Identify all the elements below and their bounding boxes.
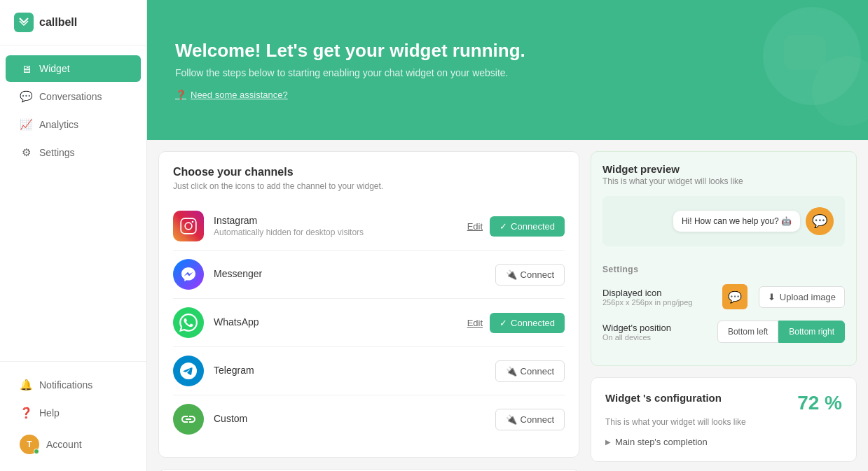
custom-info: Custom — [214, 413, 495, 426]
logo-icon — [14, 13, 34, 32]
custom-name: Custom — [214, 413, 495, 424]
sidebar-item-settings[interactable]: ⚙ Settings — [6, 139, 141, 166]
whatsapp-icon — [173, 307, 204, 338]
custom-connect-button[interactable]: 🔌 Connect — [495, 409, 565, 430]
position-info: Widget's position On all devices — [602, 323, 671, 342]
svg-point-5 — [192, 221, 194, 223]
hero-link-text: Need some assistance? — [191, 90, 288, 100]
settings-label: Settings — [602, 265, 845, 274]
channel-item-whatsapp: WhatsApp Edit ✓ Connected — [173, 299, 565, 347]
instagram-edit-button[interactable]: Edit — [467, 221, 483, 232]
widget-fab: 💬 — [806, 207, 834, 235]
sidebar-item-account[interactable]: T Account — [6, 428, 141, 461]
right-panel: Widget preview This is what your widget … — [591, 151, 857, 471]
channel-item-messenger: Messenger 🔌 Connect — [173, 251, 565, 299]
config-title: Widget 's configuration — [605, 392, 722, 404]
upload-image-button[interactable]: ⬇ Upload image — [759, 286, 845, 308]
displayed-icon-sublabel: 256px x 256px in png/jpeg — [602, 298, 692, 307]
plug-icon-tg: 🔌 — [506, 366, 517, 377]
icon-upload-area: 💬 ⬇ Upload image — [722, 284, 845, 309]
telegram-name: Telegram — [214, 365, 495, 376]
svg-rect-3 — [181, 218, 196, 234]
channels-subtitle: Just click on the icons to add the chann… — [173, 181, 565, 191]
channel-item-telegram: Telegram 🔌 Connect — [173, 347, 565, 395]
preview-bubble-area: Hi! How can we help you? 🤖 💬 — [602, 196, 845, 246]
whatsapp-connected-button[interactable]: ✓ Connected — [490, 313, 565, 333]
preview-title: Widget preview — [602, 163, 845, 175]
sidebar-item-notifications[interactable]: 🔔 Notifications — [6, 372, 141, 398]
messenger-connect-button[interactable]: 🔌 Connect — [495, 264, 565, 286]
telegram-connect-button[interactable]: 🔌 Connect — [495, 360, 565, 382]
content-area: Choose your channels Just click on the i… — [147, 140, 868, 471]
account-label: Account — [46, 439, 82, 450]
config-percent: 72 % — [797, 392, 842, 414]
messenger-name: Messenger — [214, 268, 495, 279]
sidebar-item-help[interactable]: ❓ Help — [6, 400, 141, 426]
help-label: Help — [39, 407, 60, 419]
left-panel: Choose your channels Just click on the i… — [158, 151, 579, 471]
telegram-info: Telegram — [214, 365, 495, 377]
sidebar-bottom: 🔔 Notifications ❓ Help T Account — [0, 361, 146, 471]
displayed-icon-row: Displayed icon 256px x 256px in png/jpeg… — [602, 284, 845, 309]
instagram-connected-button[interactable]: ✓ Connected — [490, 216, 565, 237]
widget-config-card: Widget 's configuration 72 % This is wha… — [591, 377, 857, 462]
plug-icon: 🔌 — [506, 269, 517, 280]
messenger-actions: 🔌 Connect — [495, 264, 565, 286]
position-row: Widget's position On all devices Bottom … — [602, 321, 845, 343]
config-title-area: Widget 's configuration — [605, 392, 722, 404]
widget-preview-card: Widget preview This is what your widget … — [591, 151, 857, 366]
position-label: Widget's position — [602, 323, 671, 333]
telegram-actions: 🔌 Connect — [495, 360, 565, 382]
main-steps-link[interactable]: Main step's completion — [605, 437, 842, 447]
custom-channel-icon — [173, 404, 204, 435]
logo-area: callbell — [0, 0, 146, 45]
position-right-button[interactable]: Bottom right — [778, 321, 845, 343]
position-left-button[interactable]: Bottom left — [717, 321, 778, 343]
telegram-connect-label: Connect — [521, 366, 554, 377]
channel-item-custom: Custom 🔌 Connect — [173, 395, 565, 443]
channels-title: Choose your channels — [173, 166, 565, 178]
notifications-icon: 🔔 — [20, 379, 32, 391]
icon-preview-thumbnail: 💬 — [722, 284, 748, 309]
whatsapp-actions: Edit ✓ Connected — [467, 313, 565, 333]
sidebar-item-widget[interactable]: 🖥 Widget — [6, 55, 141, 82]
whatsapp-edit-button[interactable]: Edit — [467, 318, 483, 328]
instagram-name: Instagram — [214, 215, 467, 226]
position-buttons: Bottom left Bottom right — [717, 321, 845, 343]
sidebar-item-analytics[interactable]: 📈 Analytics — [6, 111, 141, 138]
hero-title: Welcome! Let's get your widget running. — [175, 40, 840, 62]
upload-icon: ⬇ — [768, 292, 776, 302]
custom-connect-label: Connect — [521, 414, 554, 425]
channels-card: Choose your channels Just click on the i… — [158, 151, 579, 458]
plug-icon-custom: 🔌 — [506, 414, 517, 425]
completion-label: Main step's completion — [615, 437, 708, 447]
help-icon: ❓ — [20, 407, 32, 419]
sidebar-item-widget-label: Widget — [39, 63, 70, 74]
instagram-icon — [173, 211, 204, 241]
sidebar-nav: 🖥 Widget 💬 Conversations 📈 Analytics ⚙ S… — [0, 45, 146, 361]
sidebar-item-conversations-label: Conversations — [39, 91, 102, 102]
main-content: Welcome! Let's get your widget running. … — [147, 0, 868, 471]
config-subtitle: This is what your widget will looks like — [605, 417, 842, 427]
checkmark-icon: ✓ — [500, 221, 507, 232]
sidebar-item-conversations[interactable]: 💬 Conversations — [6, 83, 141, 110]
chat-bubble: Hi! How can we help you? 🤖 — [673, 211, 800, 232]
hero-assistance-link[interactable]: ❓ Need some assistance? — [175, 90, 840, 100]
instagram-note: Automatically hidden for desktop visitor… — [214, 227, 467, 237]
avatar-online-dot — [34, 449, 39, 454]
notifications-label: Notifications — [39, 379, 92, 391]
whatsapp-name: WhatsApp — [214, 316, 467, 328]
question-icon: ❓ — [175, 90, 186, 100]
telegram-icon — [173, 356, 204, 386]
displayed-icon-info: Displayed icon 256px x 256px in png/jpeg — [602, 288, 692, 307]
messenger-icon — [173, 259, 204, 290]
sidebar-item-analytics-label: Analytics — [39, 119, 78, 130]
analytics-icon: 📈 — [20, 118, 32, 131]
avatar: T — [20, 435, 39, 454]
hero-banner: Welcome! Let's get your widget running. … — [147, 0, 868, 140]
hero-subtitle: Follow the steps below to starting enabl… — [175, 67, 840, 78]
logo-text: callbell — [39, 16, 77, 29]
checkmark-icon-wa: ✓ — [500, 318, 507, 328]
displayed-icon-label: Displayed icon — [602, 288, 692, 298]
upload-label: Upload image — [780, 292, 836, 302]
